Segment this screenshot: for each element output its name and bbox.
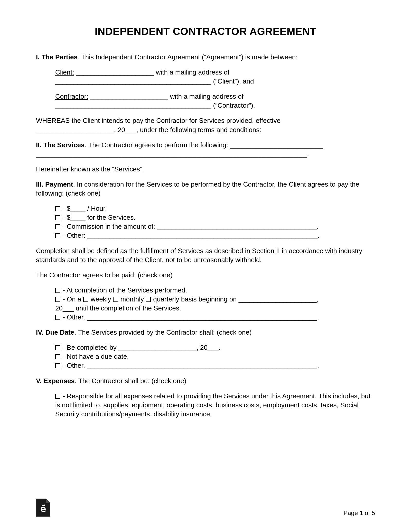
payment-options: - $____ / Hour. - $____ for the Services… — [55, 204, 375, 240]
section-1-intro-text: . This Independent Contractor Agreement … — [78, 53, 298, 61]
client-mail-text: with a mailing address of — [156, 68, 229, 76]
contractor-blank[interactable]: _____________________ — [88, 93, 170, 100]
checkbox-flat[interactable] — [55, 215, 60, 220]
opt-monthly: monthly — [119, 295, 146, 303]
page-footer: e͂ Page 1 of 5 — [36, 499, 375, 517]
opt-other-pay: - Other: _______________________________… — [61, 232, 319, 239]
checkbox-due-other[interactable] — [55, 363, 60, 368]
section-3-intro-text: . In consideration for the Services to b… — [36, 180, 359, 197]
contractor-addr-blank[interactable]: ________________________________________… — [55, 102, 213, 109]
section-3-heading: III. Payment — [36, 180, 73, 188]
checkbox-quarterly[interactable] — [146, 297, 151, 302]
document-page: INDEPENDENT CONTRACTOR AGREEMENT I. The … — [0, 0, 411, 419]
paid-intro: The Contractor agrees to be paid: (check… — [36, 271, 375, 280]
opt-periodic-b: 20___ until the completion of the Servic… — [55, 304, 181, 312]
section-2-line2: ________________________________________… — [36, 150, 309, 158]
opt-hourly: - $____ / Hour. — [61, 205, 107, 212]
checkbox-exp-responsible[interactable] — [55, 394, 60, 399]
client-blank[interactable]: _____________________ — [74, 68, 156, 76]
expenses-options: - Responsible for all expenses related t… — [55, 392, 375, 419]
checkbox-commission[interactable] — [55, 224, 60, 229]
contractor-tag: (“Contractor”). — [213, 102, 255, 109]
section-1-intro: I. The Parties. This Independent Contrac… — [36, 53, 375, 62]
checkbox-other-pay[interactable] — [55, 233, 60, 238]
client-block: Client: _____________________ with a mai… — [55, 68, 375, 86]
checkbox-weekly[interactable] — [83, 297, 88, 302]
section-5-intro-text: . The Contractor shall be: (check one) — [75, 377, 186, 385]
opt-due-other: - Other. _______________________________… — [61, 362, 319, 369]
logo-glyph: e͂ — [36, 504, 50, 513]
section-5-heading: V. Expenses — [36, 377, 75, 385]
opt-flat: - $____ for the Services. — [61, 214, 135, 221]
section-2-intro: . The Contractor agrees to perform the f… — [85, 141, 323, 149]
opt-weekly: weekly — [89, 295, 113, 303]
doc-title: INDEPENDENT CONTRACTOR AGREEMENT — [36, 26, 375, 37]
checkbox-no-due[interactable] — [55, 354, 60, 359]
completion-para: Completion shall be defined as the fulfi… — [36, 246, 375, 264]
section-2: II. The Services. The Contractor agrees … — [36, 141, 375, 159]
section-3-intro: III. Payment. In consideration for the S… — [36, 180, 375, 198]
client-addr-blank[interactable]: ________________________________________… — [55, 77, 213, 85]
whereas-line1: WHEREAS the Client intends to pay the Co… — [36, 117, 281, 124]
checkbox-hourly[interactable] — [55, 206, 60, 211]
opt-commission: - Commission in the amount of: _________… — [61, 223, 319, 230]
checkbox-other-paid[interactable] — [55, 315, 60, 320]
section-1-heading: I. The Parties — [36, 53, 78, 61]
contractor-label: Contractor: — [55, 93, 88, 100]
opt-other-paid: - Other. _______________________________… — [61, 313, 319, 321]
opt-due-by: - Be completed by _____________________,… — [61, 344, 221, 351]
opt-quarterly: quarterly basis beginning on ___________… — [151, 295, 319, 303]
opt-no-due: - Not have a due date. — [61, 353, 129, 360]
checkbox-monthly[interactable] — [113, 297, 118, 302]
section-2-heading: II. The Services — [36, 141, 85, 149]
contractor-block: Contractor: _____________________ with a… — [55, 92, 375, 110]
section-4-heading: IV. Due Date — [36, 328, 74, 336]
hereinafter: Hereinafter known as the “Services”. — [36, 165, 375, 174]
page-number: Page 1 of 5 — [343, 509, 375, 517]
whereas-line2: _____________________, 20___, under the … — [36, 126, 261, 134]
client-tag: (“Client”), and — [213, 77, 254, 85]
checkbox-due-by[interactable] — [55, 345, 60, 350]
paid-options: - At completion of the Services performe… — [55, 286, 375, 322]
whereas-para: WHEREAS the Client intends to pay the Co… — [36, 116, 375, 134]
opt-at-completion: - At completion of the Services performe… — [61, 286, 187, 294]
checkbox-at-completion[interactable] — [55, 288, 60, 293]
eforms-logo-icon: e͂ — [36, 499, 50, 517]
contractor-mail-text: with a mailing address of — [170, 93, 244, 100]
section-5-intro: V. Expenses. The Contractor shall be: (c… — [36, 377, 375, 386]
checkbox-periodic[interactable] — [55, 297, 60, 302]
client-label: Client: — [55, 68, 74, 76]
section-4-intro: IV. Due Date. The Services provided by t… — [36, 328, 375, 337]
section-4-intro-text: . The Services provided by the Contracto… — [74, 328, 251, 336]
opt-periodic-a: - On a — [61, 295, 83, 303]
opt-exp-responsible: - Responsible for all expenses related t… — [55, 392, 370, 418]
duedate-options: - Be completed by _____________________,… — [55, 343, 375, 370]
